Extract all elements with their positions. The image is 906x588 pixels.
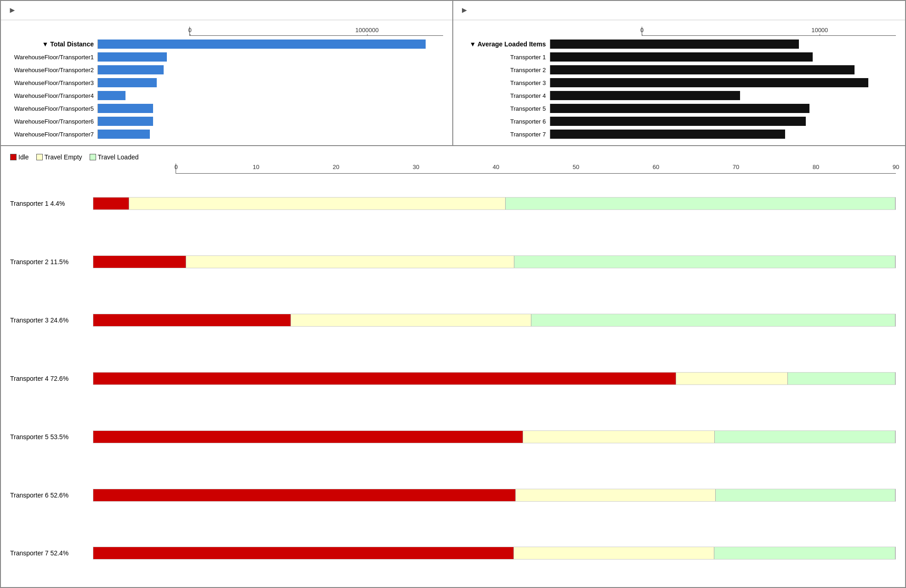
panel-staff-utilization: IdleTravel EmptyTravel Loaded 0102030405… [1,146,905,587]
stacked-row-1: Transporter 2 11.5% [10,253,896,271]
stacked-tick-6: 60 [653,164,659,170]
hbar-row-left-7: WarehouseFloor/Transporter7 [6,128,443,141]
hbar-bar-right-1 [550,52,813,62]
hbar-axis-distance: 0 1000000 [97,27,443,36]
hbar-bar-right-0 [550,40,799,49]
hbar-row-right-1: Transporter 1 [458,51,896,63]
seg-loaded-3 [788,373,895,384]
hbar-label-left-4: WarehouseFloor/Transporter4 [6,92,97,99]
hbar-bar-left-1 [98,52,167,62]
stacked-track-6 [93,547,896,560]
legend-label-1: Travel Empty [45,153,82,161]
hbar-rows-items: ▼ Average Loaded Items Transporter 1 Tra… [458,38,896,141]
axis-tick-items-10000: 10000 [811,27,828,34]
hbar-row-left-5: WarehouseFloor/Transporter5 [6,102,443,115]
hbar-row-left-2: WarehouseFloor/Transporter2 [6,63,443,76]
dashboard: ► 0 1000000 ▼ Total Distance WarehouseFl… [0,0,906,588]
stacked-label-5: Transporter 6 52.6% [10,492,93,499]
axis-tick-items-0: 0 [640,27,644,34]
stacked-tick-4: 40 [493,164,499,170]
panel-average-items: ► 0 10000 ▼ Average Loaded Items Transpo… [453,1,906,146]
seg-loaded-4 [715,431,895,443]
hbar-track-left-5 [97,104,443,113]
chart-area-items: 0 10000 ▼ Average Loaded Items Transport… [453,20,906,145]
hbar-track-left-6 [97,117,443,126]
hbar-bar-right-7 [550,130,786,139]
seg-idle-6 [93,547,513,559]
hbar-track-right-7 [550,130,896,139]
hbar-track-right-3 [550,78,896,87]
hbar-label-right-5: Transporter 5 [458,105,550,112]
hbar-row-right-3: Transporter 3 [458,76,896,89]
hbar-row-right-6: Transporter 6 [458,115,896,128]
hbar-row-left-0: ▼ Total Distance [6,38,443,51]
hbar-label-left-6: WarehouseFloor/Transporter6 [6,118,97,125]
stacked-label-6: Transporter 7 52.4% [10,549,93,557]
hbar-row-right-7: Transporter 7 [458,128,896,141]
hbar-track-right-6 [550,117,896,126]
hbar-bar-right-3 [550,78,868,87]
legend-box-1 [36,154,43,160]
stacked-axis: 0102030405060708090 [93,164,896,174]
stacked-track-1 [93,255,896,268]
hbar-label-right-3: Transporter 3 [458,79,550,86]
hbar-bar-left-3 [98,78,157,87]
hbar-chart-distance: 0 1000000 ▼ Total Distance WarehouseFloo… [6,27,443,141]
hbar-label-left-5: WarehouseFloor/Transporter5 [6,105,97,112]
hbar-rows-distance: ▼ Total Distance WarehouseFloor/Transpor… [6,38,443,141]
seg-empty-0 [129,198,506,209]
stacked-chart: 0102030405060708090 Transporter 1 4.4% T… [10,164,896,582]
stacked-label-4: Transporter 5 53.5% [10,433,93,441]
seg-loaded-5 [716,489,895,501]
hbar-bar-left-4 [98,91,125,100]
hbar-track-left-4 [97,91,443,100]
hbar-label-right-6: Transporter 6 [458,118,550,125]
seg-idle-4 [93,431,523,443]
arrow-icon-items: ► [461,6,469,15]
arrow-icon-distance: ► [8,6,17,15]
hbar-track-right-2 [550,65,896,74]
seg-idle-2 [93,314,291,326]
hbar-label-right-1: Transporter 1 [458,54,550,61]
stacked-track-5 [93,489,896,502]
seg-idle-3 [93,373,676,384]
hbar-bar-right-4 [550,91,741,100]
hbar-bar-left-5 [98,104,153,113]
stacked-tick-7: 70 [733,164,739,170]
hbar-chart-items: 0 10000 ▼ Average Loaded Items Transport… [458,27,896,141]
legend-item-0: Idle [10,153,29,161]
stacked-tick-9: 90 [893,164,899,170]
legend-box-0 [10,154,17,160]
hbar-row-left-4: WarehouseFloor/Transporter4 [6,89,443,102]
hbar-label-right-7: Transporter 7 [458,131,550,138]
hbar-bar-right-2 [550,65,855,74]
seg-loaded-6 [714,547,895,559]
legend-item-1: Travel Empty [36,153,82,161]
stacked-tick-8: 80 [813,164,819,170]
hbar-label-right-4: Transporter 4 [458,92,550,99]
legend: IdleTravel EmptyTravel Loaded [10,153,896,161]
hbar-bar-left-2 [98,65,164,74]
seg-empty-2 [291,314,531,326]
stacked-row-5: Transporter 6 52.6% [10,486,896,504]
hbar-bar-left-6 [98,117,153,126]
hbar-label-right-2: Transporter 2 [458,67,550,74]
stacked-label-0: Transporter 1 4.4% [10,200,93,207]
hbar-bar-left-0 [98,40,426,49]
seg-loaded-1 [514,256,895,268]
legend-item-2: Travel Loaded [90,153,139,161]
hbar-track-right-4 [550,91,896,100]
stacked-track-0 [93,197,896,210]
stacked-tick-1: 10 [253,164,259,170]
hbar-row-right-2: Transporter 2 [458,63,896,76]
hbar-track-right-5 [550,104,896,113]
hbar-track-left-3 [97,78,443,87]
stacked-label-2: Transporter 3 24.6% [10,317,93,324]
seg-loaded-0 [506,198,895,209]
stacked-track-3 [93,372,896,385]
stacked-track-4 [93,430,896,443]
stacked-row-6: Transporter 7 52.4% [10,544,896,562]
stacked-row-4: Transporter 5 53.5% [10,428,896,446]
stacked-row-2: Transporter 3 24.6% [10,311,896,329]
legend-label-0: Idle [18,153,29,161]
